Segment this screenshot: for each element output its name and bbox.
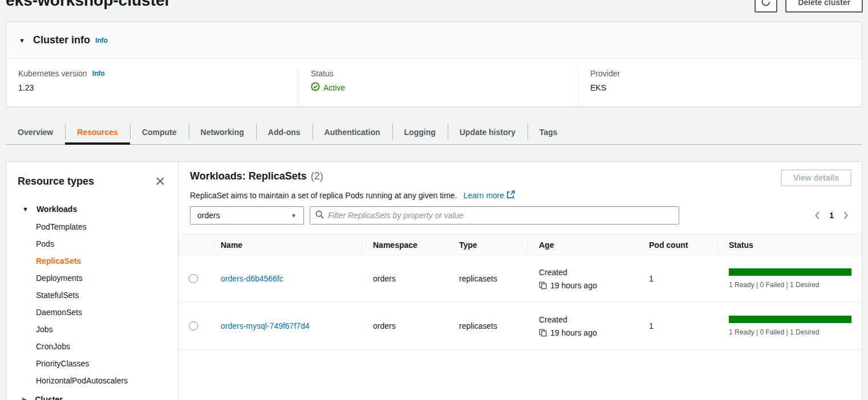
status-summary: 1 Ready | 0 Failed | 1 Desired	[729, 328, 851, 336]
copy-icon[interactable]	[539, 329, 547, 337]
cell-age-value: 19 hours ago	[550, 328, 597, 337]
namespace-filter-select[interactable]: orders ▼	[190, 206, 304, 225]
current-page-number[interactable]: 1	[829, 211, 834, 220]
refresh-icon	[761, 0, 771, 9]
table-row: orders-d6b4566fc orders replicasets Crea…	[179, 255, 862, 303]
resources-panel: Resource types ▼ Workloads PodTemplates …	[6, 161, 862, 400]
sidebar-group-cluster[interactable]: ▶ Cluster	[6, 395, 178, 400]
replicaset-name-link[interactable]: orders-mysql-749f67f7d4	[221, 321, 310, 330]
cluster-info-header[interactable]: ▼ Cluster info Info	[6, 22, 862, 59]
cell-namespace: orders	[362, 274, 448, 283]
cluster-info-info-link[interactable]: Info	[95, 36, 108, 44]
resource-types-sidebar: Resource types ▼ Workloads PodTemplates …	[6, 162, 179, 400]
row-radio-button[interactable]	[189, 321, 198, 330]
tabs-divider	[6, 144, 862, 145]
replicasets-title: Workloads: ReplicaSets	[190, 170, 307, 182]
sidebar-group-workloads[interactable]: ▼ Workloads	[6, 205, 178, 214]
column-header-pod-count: Pod count	[638, 234, 717, 255]
row-radio-button[interactable]	[189, 274, 198, 283]
sidebar-item-cronjobs[interactable]: CronJobs	[6, 338, 178, 355]
cluster-info-card: ▼ Cluster info Info Kubernetes version I…	[6, 22, 862, 107]
kubernetes-version-value: 1.23	[18, 83, 298, 92]
collapse-caret-icon[interactable]: ▼	[19, 37, 25, 44]
provider-value: EKS	[590, 83, 862, 92]
status-check-icon	[311, 82, 320, 93]
view-details-button[interactable]: View details	[781, 169, 851, 186]
cell-namespace: orders	[362, 321, 448, 330]
kubernetes-version-field: Kubernetes version Info 1.23	[6, 68, 298, 107]
cluster-info-body: Kubernetes version Info 1.23 Status Acti…	[6, 59, 862, 107]
replicasets-description: ReplicaSet aims to maintain a set of rep…	[190, 191, 457, 200]
refresh-button[interactable]	[755, 0, 777, 13]
tab-authentication[interactable]: Authentication	[313, 120, 392, 145]
replicasets-table: Name Namespace Type Age Pod count Status…	[179, 234, 862, 350]
cell-pod-count: 1	[638, 321, 717, 330]
sidebar-item-daemonsets[interactable]: DaemonSets	[6, 304, 178, 321]
search-input[interactable]	[328, 211, 674, 220]
learn-more-link[interactable]: Learn more	[463, 190, 515, 201]
kubernetes-version-label: Kubernetes version	[18, 69, 87, 78]
next-page-icon[interactable]	[843, 211, 849, 220]
pagination: 1	[814, 206, 850, 225]
provider-label: Provider	[590, 69, 862, 78]
select-all-column	[179, 234, 215, 255]
cluster-tabs: Overview Resources Compute Networking Ad…	[6, 120, 862, 145]
replicasets-search[interactable]	[310, 206, 679, 225]
workloads-items: PodTemplates Pods ReplicaSets Deployment…	[6, 218, 178, 389]
external-link-icon	[506, 190, 515, 201]
tab-overview[interactable]: Overview	[6, 120, 65, 145]
status-value: Active	[323, 83, 345, 92]
sidebar-item-pods[interactable]: Pods	[6, 235, 178, 252]
tab-tags[interactable]: Tags	[528, 120, 570, 145]
tab-update-history[interactable]: Update history	[448, 120, 528, 145]
caret-right-icon: ▶	[22, 396, 27, 400]
column-header-name: Name	[215, 234, 362, 255]
column-header-namespace: Namespace	[362, 234, 448, 255]
eks-cluster-detail-page: eks-workshop-cluster Delete cluster ▼ Cl…	[0, 0, 868, 400]
caret-down-icon: ▼	[22, 206, 29, 213]
status-summary: 1 Ready | 0 Failed | 1 Desired	[729, 281, 851, 289]
search-icon	[315, 210, 324, 221]
table-row: orders-mysql-749f67f7d4 orders replicase…	[179, 303, 862, 350]
close-icon[interactable]	[152, 173, 169, 190]
status-progress-bar	[729, 316, 851, 323]
status-label: Status	[311, 69, 578, 78]
replicasets-main-panel: Workloads: ReplicaSets (2) View details …	[179, 162, 862, 400]
page-title: eks-workshop-cluster	[6, 0, 171, 10]
status-field: Status Active	[298, 68, 578, 107]
cell-age: Created 19 hours ago	[528, 315, 638, 337]
tab-add-ons[interactable]: Add-ons	[256, 120, 313, 145]
kubernetes-version-info-link[interactable]: Info	[92, 70, 105, 77]
sidebar-item-replicasets[interactable]: ReplicaSets	[6, 252, 178, 270]
tab-networking[interactable]: Networking	[189, 120, 256, 145]
cell-status: 1 Ready | 0 Failed | 1 Desired	[717, 316, 862, 336]
provider-field: Provider EKS	[578, 68, 862, 107]
chevron-down-icon: ▼	[291, 213, 297, 219]
sidebar-item-priorityclasses[interactable]: PriorityClasses	[6, 355, 178, 372]
cluster-info-title: Cluster info	[33, 34, 90, 46]
tab-compute[interactable]: Compute	[130, 120, 189, 145]
tab-logging[interactable]: Logging	[392, 120, 448, 145]
column-header-status: Status	[717, 234, 862, 255]
sidebar-item-horizontalpodautoscalers[interactable]: HorizontalPodAutoscalers	[6, 372, 178, 389]
namespace-filter-value: orders	[197, 211, 220, 220]
status-progress-bar	[729, 268, 851, 276]
header-actions: Delete cluster	[755, 0, 863, 13]
copy-icon[interactable]	[539, 281, 547, 289]
resource-types-title: Resource types	[18, 175, 94, 187]
cell-age-value: 19 hours ago	[550, 281, 597, 290]
replicaset-name-link[interactable]: orders-d6b4566fc	[221, 274, 283, 283]
replicasets-count: (2)	[311, 170, 323, 182]
cell-status: 1 Ready | 0 Failed | 1 Desired	[717, 268, 862, 289]
column-header-age: Age	[528, 234, 638, 255]
sidebar-item-deployments[interactable]: Deployments	[6, 270, 178, 287]
previous-page-icon[interactable]	[814, 211, 820, 220]
sidebar-item-statefulsets[interactable]: StatefulSets	[6, 287, 178, 304]
cell-pod-count: 1	[638, 274, 717, 283]
sidebar-item-jobs[interactable]: Jobs	[6, 321, 178, 338]
delete-cluster-button[interactable]: Delete cluster	[785, 0, 863, 13]
sidebar-item-podtemplates[interactable]: PodTemplates	[6, 218, 178, 235]
cell-type: replicasets	[448, 274, 528, 283]
tab-resources[interactable]: Resources	[65, 120, 130, 145]
table-header: Name Namespace Type Age Pod count Status	[179, 234, 862, 255]
